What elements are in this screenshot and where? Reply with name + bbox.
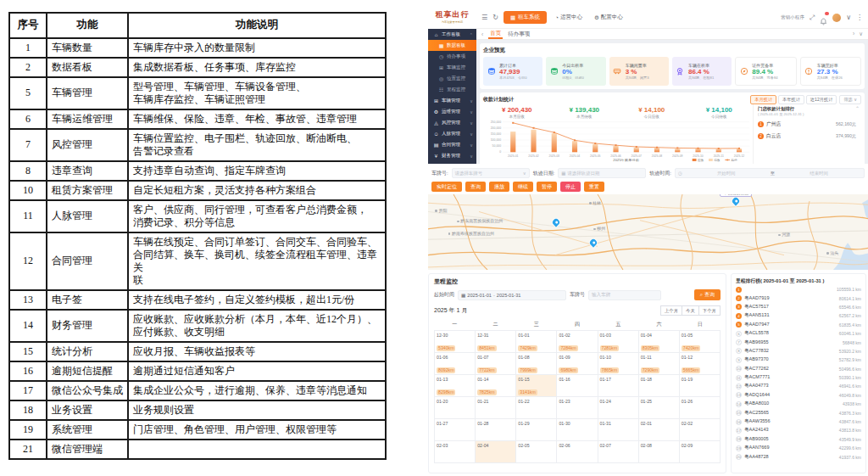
- more-options-icon[interactable]: ⋮: [856, 14, 863, 21]
- calendar-day-cell[interactable]: 02-07: [598, 441, 639, 463]
- billing-tab-2[interactable]: 近12月统计: [806, 95, 837, 104]
- sidebar-group-1[interactable]: ⚙运维管理∨: [428, 106, 476, 117]
- sidebar-item-2[interactable]: ⊞车辆监控: [428, 62, 476, 73]
- calendar-day-cell[interactable]: 01-068092km: [435, 353, 476, 375]
- map-button-5[interactable]: 停止: [560, 182, 581, 192]
- calendar-day-cell[interactable]: 01-19: [680, 375, 721, 397]
- sidebar-group-3[interactable]: ☺人脉管理∨: [428, 128, 476, 139]
- calendar-day-cell[interactable]: 01-20: [435, 397, 476, 419]
- mileage-rank-row: 19粤AAN766942299.6 km: [736, 444, 861, 452]
- sidebar-group-4[interactable]: ▤合同管理∨: [428, 139, 476, 150]
- nav-rental-system[interactable]: ▦ 租车系统: [504, 11, 547, 24]
- nav-config-center[interactable]: ⚙ 配置中心: [591, 14, 626, 21]
- calendar-day-cell[interactable]: 01-23: [557, 397, 598, 419]
- track-date-input[interactable]: ▦ 请选择轨迹日期: [558, 168, 646, 178]
- cell-function: 车辆管理: [47, 77, 128, 109]
- calendar-day-cell[interactable]: 01-107865km: [598, 353, 639, 375]
- calendar-day-cell[interactable]: 12-318451km: [476, 331, 516, 353]
- tab-home[interactable]: 首页: [488, 29, 503, 39]
- calendar-day-cell[interactable]: 02-06: [557, 441, 598, 463]
- calendar-day-cell[interactable]: 01-24: [598, 397, 639, 419]
- track-time-range-input[interactable]: ◷ 开始时间 至 结束时间: [675, 168, 865, 178]
- calendar-day-cell[interactable]: 02-03: [435, 441, 476, 463]
- billing-tab-0[interactable]: 本月统计: [750, 95, 776, 104]
- plate-select[interactable]: 请选择车牌号∨: [452, 168, 530, 178]
- mileage-rank-row: 1105559.1 km: [736, 285, 861, 294]
- calendar-nav-2[interactable]: 下个月: [698, 305, 721, 316]
- map-button-1[interactable]: 查询: [465, 182, 486, 192]
- refresh-icon[interactable]: ↻: [492, 14, 498, 21]
- calendar-day-cell[interactable]: 02-01: [639, 419, 680, 441]
- calendar-day-date: 01-29: [518, 421, 554, 426]
- sidebar-group-0[interactable]: ⊞车辆管理∨: [428, 95, 476, 106]
- search-button[interactable]: ⌕ 查询: [694, 289, 721, 300]
- tab-forward-icon[interactable]: ›: [853, 31, 854, 37]
- calendar-day-cell[interactable]: 01-037281km: [598, 331, 639, 353]
- map-button-4[interactable]: 暂停: [537, 182, 557, 192]
- mileage-screenshot: 里程监控 起始时间 ▦ 2025-01-01 - 2025-01-31 车牌号 …: [428, 273, 868, 476]
- calendar-day-cell[interactable]: 01-21: [476, 397, 516, 419]
- calendar-day-cell[interactable]: 01-138298km: [435, 375, 476, 397]
- calendar-day-cell[interactable]: 02-08: [639, 441, 680, 463]
- calendar-day-cell[interactable]: 01-077722km: [476, 353, 516, 375]
- nav-operation-center[interactable]: ◔ 运营中心: [552, 14, 586, 21]
- calendar-day-cell[interactable]: 01-17: [598, 375, 639, 397]
- calendar-day-cell[interactable]: 01-125665km: [680, 353, 721, 375]
- sidebar-item-0[interactable]: ▦数据看板: [428, 40, 476, 51]
- date-range-input[interactable]: ▦ 2025-01-01 - 2025-01-31: [458, 290, 566, 300]
- calendar-day-cell[interactable]: 01-027284km: [557, 331, 598, 353]
- tab-menu-icon[interactable]: ∨: [859, 31, 863, 37]
- sidebar-group-5[interactable]: ¥财务管理∨: [428, 150, 476, 161]
- billing-filter-select[interactable]: 筛选 ∨: [839, 95, 861, 104]
- map-button-2[interactable]: 播放: [489, 182, 509, 192]
- calendar-day-cell[interactable]: 01-117290km: [639, 353, 680, 375]
- calendar-day-cell[interactable]: 01-29: [516, 419, 557, 441]
- mileage-rank-row: 20粤AA4872841937.6 km: [736, 452, 861, 461]
- calendar-day-cell[interactable]: 02-05: [516, 441, 557, 463]
- plate-input[interactable]: 输入车牌: [588, 290, 661, 300]
- collapse-caret-icon[interactable]: ⌃: [855, 105, 860, 111]
- sidebar-item-1[interactable]: ◷待办事项: [428, 51, 476, 62]
- calendar-day-cell[interactable]: 02-02: [680, 419, 721, 441]
- sidebar-group-2[interactable]: ◬风控管理∨: [428, 117, 476, 128]
- calendar-day-cell[interactable]: 01-16: [557, 375, 598, 397]
- mini-program-link[interactable]: 营销小程序: [781, 14, 804, 20]
- sidebar-item-3[interactable]: ◎位置监控: [428, 73, 476, 84]
- calendar-day-cell[interactable]: 12-305340km: [435, 331, 476, 353]
- map-button-6[interactable]: 重置: [584, 182, 604, 192]
- tab-back-icon[interactable]: ‹: [481, 31, 483, 37]
- track-map[interactable]: 贵阳黔东南苗族侗族自治州黔南布依族苗族自治州桂林柳州河源汕头 车辆当前位置: [428, 194, 868, 270]
- sidebar-group-workboard[interactable]: ⌂工作看板⌃: [428, 29, 476, 40]
- calendar-day-cell[interactable]: 02-09: [680, 441, 721, 463]
- calendar-day-cell[interactable]: 01-26: [680, 397, 721, 419]
- notification-bell-icon[interactable]: [820, 14, 827, 21]
- billing-tab-1[interactable]: 本年统计: [778, 95, 804, 104]
- calendar-day-cell[interactable]: 01-017429km: [516, 331, 557, 353]
- calendar-day-cell[interactable]: 01-153141km: [516, 375, 557, 397]
- tab-todo[interactable]: 待办事项: [508, 31, 530, 38]
- sidebar-item-label: 车辆监控: [447, 64, 465, 70]
- calendar-day-cell[interactable]: 01-28: [476, 419, 516, 441]
- calendar-day-cell[interactable]: 01-25: [639, 397, 680, 419]
- calendar-day-cell[interactable]: 01-048305km: [639, 331, 680, 353]
- avatar[interactable]: [832, 14, 841, 22]
- calendar-day-cell[interactable]: 01-087999km: [516, 353, 557, 375]
- calendar-day-cell[interactable]: 01-18: [639, 375, 680, 397]
- calendar-nav-0[interactable]: 上个月: [660, 305, 682, 316]
- menu-collapse-icon[interactable]: ☰: [481, 14, 487, 21]
- chevron-down-icon[interactable]: ∨: [846, 14, 851, 21]
- calendar-day-cell[interactable]: 02-04: [476, 441, 516, 463]
- map-button-0[interactable]: 实时定位: [431, 182, 462, 192]
- calendar-day-cell[interactable]: 01-31: [598, 419, 639, 441]
- calendar-day-cell[interactable]: 01-147825km: [476, 375, 516, 397]
- calendar-day-cell[interactable]: 01-096980km: [557, 353, 598, 375]
- calendar-day-km-badge: 7722km: [477, 367, 496, 373]
- map-button-3[interactable]: 继续: [513, 182, 533, 192]
- calendar-day-cell[interactable]: 01-057420km: [680, 331, 721, 353]
- calendar-day-cell[interactable]: 01-22: [516, 397, 557, 419]
- fullscreen-icon[interactable]: ⤢: [810, 14, 815, 22]
- calendar-nav-1[interactable]: 今天: [682, 305, 699, 316]
- calendar-day-cell[interactable]: 01-30: [557, 419, 598, 441]
- sidebar-item-4[interactable]: ☷里程监控: [428, 84, 476, 95]
- calendar-day-cell[interactable]: 01-27: [435, 419, 476, 441]
